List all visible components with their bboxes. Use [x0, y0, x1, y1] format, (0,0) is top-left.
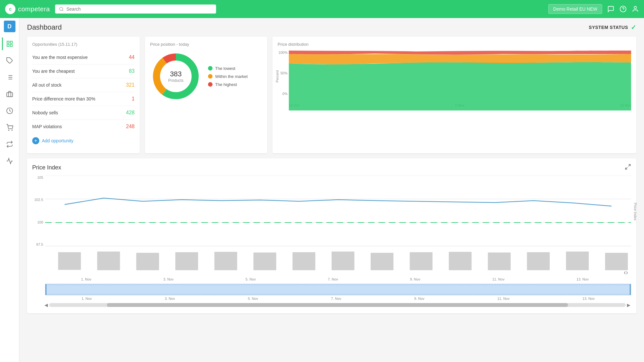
sidebar-item-list[interactable] — [2, 70, 17, 85]
y-axis-price-index: Price Index — [633, 203, 637, 220]
opportunity-item[interactable]: You are the cheapest 83 — [32, 64, 135, 78]
bar-chart-container: 0 — [32, 249, 631, 276]
store-selector[interactable]: Demo Retail EU NEW — [548, 4, 602, 14]
opportunity-count: 321 — [126, 82, 135, 88]
svg-rect-16 — [6, 92, 12, 97]
sidebar-item-dashboard[interactable] — [2, 36, 17, 52]
opportunity-item[interactable]: All out of stock 321 — [32, 78, 135, 92]
svg-point-18 — [8, 130, 9, 130]
bar-chart-y-spacer — [32, 249, 45, 276]
opportunity-label: You are the most expensive — [32, 55, 88, 60]
user-icon[interactable] — [632, 5, 639, 13]
page-title: Dashboard — [27, 23, 62, 32]
price-distribution-card: Price distribution 100% 50% 0% — [272, 37, 636, 153]
add-icon: + — [32, 137, 39, 144]
svg-rect-43 — [566, 252, 589, 270]
svg-rect-32 — [136, 253, 159, 270]
donut-chart: 383 Products — [150, 51, 202, 102]
legend-dot — [208, 66, 213, 71]
dashboard-header: Dashboard SYSTEM STATUS ✓ — [27, 23, 636, 32]
svg-line-24 — [626, 167, 628, 169]
add-opportunity-button[interactable]: + Add opportunity — [32, 133, 135, 148]
line-chart-container: 105 102.5 100 97.5 — [32, 176, 631, 248]
price-index-card: Price Index 105 102.5 100 97.5 — [27, 158, 636, 313]
top-row: Opportunities (15.11.17) You are the mos… — [27, 37, 636, 153]
opportunities-card: Opportunities (15.11.17) You are the mos… — [27, 37, 140, 153]
sidebar-item-history[interactable] — [2, 103, 17, 119]
svg-rect-40 — [449, 252, 472, 270]
opportunity-item[interactable]: You are the most expensive 44 — [32, 51, 135, 64]
price-dist-chart-wrapper: 100% 50% 0% Percent — [278, 51, 631, 102]
content-area: Dashboard SYSTEM STATUS ✓ Opportunities … — [19, 18, 644, 362]
svg-rect-34 — [214, 252, 237, 270]
svg-line-23 — [629, 165, 630, 167]
legend-item: The lowest — [208, 66, 248, 71]
range-selector: 1. Nov 3. Nov 5. Nov 7. Nov 9. Nov 11. N… — [32, 284, 631, 300]
logo-text: competera — [18, 5, 50, 13]
legend-label: The lowest — [215, 66, 235, 71]
sidebar-item-cart[interactable] — [2, 120, 17, 135]
opportunity-item[interactable]: Nobody sells 428 — [32, 106, 135, 120]
help-icon[interactable] — [620, 5, 627, 13]
legend-label: Within the market — [215, 74, 248, 79]
messages-icon[interactable] — [607, 5, 614, 13]
avatar[interactable]: D — [4, 21, 15, 32]
sidebar-item-tags[interactable] — [2, 53, 17, 68]
legend-label: The highest — [215, 82, 237, 87]
system-status: SYSTEM STATUS ✓ — [589, 24, 636, 31]
logo-area: c competera — [5, 4, 50, 14]
search-bar[interactable] — [55, 5, 216, 14]
expand-icon[interactable] — [625, 164, 631, 172]
scrollbar-track[interactable] — [49, 303, 626, 307]
svg-rect-8 — [10, 44, 12, 46]
x-axis-labels: 1. Nov 3. Nov 5. Nov 7. Nov 9. Nov 11. N… — [32, 277, 631, 281]
opportunity-count: 1 — [132, 96, 135, 102]
horizontal-scrollbar: ◀ ▶ — [32, 302, 631, 308]
range-selector-track — [45, 284, 631, 295]
opportunity-label: You are the cheapest — [32, 69, 75, 74]
opportunity-item[interactable]: MAP violations 248 — [32, 120, 135, 133]
svg-point-4 — [634, 6, 636, 9]
scroll-right-arrow[interactable]: ▶ — [626, 302, 631, 308]
opportunity-count: 44 — [129, 54, 135, 60]
legend-dot — [208, 82, 213, 87]
scrollbar-handle[interactable] — [107, 303, 568, 307]
bar-chart-area: 0 — [45, 249, 631, 276]
system-status-label: SYSTEM STATUS — [589, 25, 628, 30]
logo-icon: c — [5, 4, 15, 14]
price-dist-title: Price distribution — [278, 42, 631, 47]
svg-rect-44 — [605, 253, 628, 270]
svg-rect-42 — [527, 252, 550, 270]
search-input[interactable] — [66, 6, 212, 12]
svg-rect-30 — [58, 252, 81, 270]
sidebar-item-pricing[interactable] — [2, 137, 17, 152]
legend-item: The highest — [208, 82, 248, 87]
sidebar-item-analytics[interactable] — [2, 153, 17, 169]
price-dist-y-labels: 100% 50% 0% — [278, 51, 289, 96]
legend-dot — [208, 74, 213, 79]
svg-point-0 — [60, 7, 63, 10]
svg-rect-36 — [292, 252, 315, 270]
opportunity-label: Nobody sells — [32, 110, 58, 115]
price-position-title: Price position - today — [150, 42, 262, 47]
line-chart-area: Price Index — [45, 176, 631, 248]
price-index-title: Price Index — [32, 164, 61, 171]
opportunity-label: MAP violations — [32, 124, 62, 129]
price-position-card: Price position - today 383 — [145, 37, 267, 153]
add-opportunity-label: Add opportunity — [42, 138, 73, 143]
sidebar-item-products[interactable] — [2, 86, 17, 102]
opportunity-label: All out of stock — [32, 82, 62, 88]
svg-rect-39 — [410, 252, 432, 270]
svg-rect-33 — [175, 252, 198, 270]
opportunity-item[interactable]: Price difference more than 30% 1 — [32, 92, 135, 106]
svg-rect-6 — [10, 41, 12, 43]
svg-rect-38 — [371, 253, 393, 270]
svg-line-1 — [62, 10, 63, 11]
line-chart-y-labels: 105 102.5 100 97.5 — [32, 176, 45, 246]
scroll-left-arrow[interactable]: ◀ — [44, 302, 49, 308]
bar-chart-svg: 0 — [45, 249, 631, 275]
donut-number: 383 — [168, 70, 183, 78]
nav-right: Demo Retail EU NEW — [548, 4, 639, 14]
svg-rect-7 — [7, 44, 9, 46]
sidebar: D — [0, 18, 19, 362]
